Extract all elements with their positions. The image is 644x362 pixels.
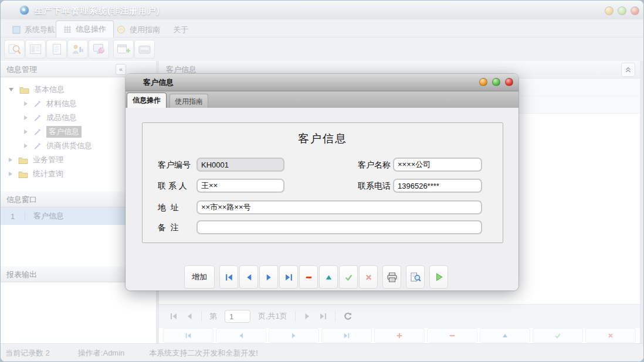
status-message: 本系统支持二次开发和全新开发! xyxy=(149,348,258,358)
panel-title: 信息窗口 xyxy=(6,195,37,204)
collapsed-arrow-icon[interactable] xyxy=(24,129,28,134)
customer-id-input[interactable] xyxy=(196,158,284,172)
next-page-icon[interactable] xyxy=(303,312,311,320)
last-record-icon[interactable] xyxy=(279,265,298,289)
tree-item-label: 成品信息 xyxy=(46,112,77,123)
tree-item-label: 供商供货信息 xyxy=(46,141,92,151)
user-report-icon[interactable] xyxy=(67,40,88,59)
delete-record-icon[interactable] xyxy=(427,328,477,343)
cancel-icon[interactable] xyxy=(585,328,636,343)
title-bar: 生产下单管理系统(非注册用户) xyxy=(1,1,643,19)
refresh-icon[interactable] xyxy=(343,312,352,321)
dialog-tab-guide[interactable]: 使用指南 xyxy=(170,94,208,108)
edit-record-icon[interactable] xyxy=(480,328,530,343)
form-title: 客户信息 xyxy=(143,131,503,146)
wand-icon xyxy=(33,100,42,108)
main-tab-bar: 系统导航 信息操作 使用指南 关于 xyxy=(1,19,643,37)
add-button[interactable]: 增加 xyxy=(184,265,215,289)
delete-record-icon[interactable] xyxy=(299,265,318,289)
collapsed-arrow-icon[interactable] xyxy=(24,101,28,106)
collapsed-arrow-icon[interactable] xyxy=(24,144,28,148)
run-icon[interactable] xyxy=(429,265,448,289)
phone-input[interactable] xyxy=(393,179,482,193)
expanded-arrow-icon[interactable] xyxy=(9,88,13,91)
panel-title: 信息管理 xyxy=(6,65,37,74)
phone-label: 联系电话 xyxy=(358,181,391,192)
collapse-sidebar-button[interactable]: « xyxy=(116,64,126,75)
dialog-close-button[interactable] xyxy=(505,78,513,86)
search-icon[interactable] xyxy=(4,40,25,59)
edit-record-icon[interactable] xyxy=(319,265,338,289)
contact-person-input[interactable] xyxy=(196,179,284,193)
collapsed-arrow-icon[interactable] xyxy=(9,158,12,162)
double-chevron-up-icon xyxy=(624,66,632,74)
operator-status: 操作者:Admin xyxy=(78,348,124,358)
customer-id-label: 客户编号 xyxy=(158,160,191,170)
folder-icon xyxy=(18,170,28,178)
confirm-icon[interactable] xyxy=(533,328,583,343)
document-icon[interactable] xyxy=(46,40,67,59)
minimize-button[interactable] xyxy=(605,6,614,15)
add-record-icon[interactable] xyxy=(374,328,425,343)
wand-icon xyxy=(33,142,42,150)
separator xyxy=(335,311,335,322)
dialog-tab-bar: 信息操作 使用指南 xyxy=(126,91,518,108)
maximize-button[interactable] xyxy=(618,6,626,15)
tab-system-nav[interactable]: 系统导航 xyxy=(5,22,62,37)
remark-input[interactable] xyxy=(196,220,482,234)
dialog-title-bar[interactable]: 客户信息 xyxy=(126,74,518,91)
customer-info-dialog: 客户信息 信息操作 使用指南 客户信息 客户编号 客户名称 联 系 人 联系电话… xyxy=(126,74,518,291)
next-record-icon[interactable] xyxy=(259,265,278,289)
app-logo-icon xyxy=(19,5,29,15)
form-icon[interactable] xyxy=(25,40,46,59)
wand-icon xyxy=(33,128,42,136)
collapsed-arrow-icon[interactable] xyxy=(24,115,28,120)
monitor-chart-icon[interactable] xyxy=(89,40,109,59)
customer-name-input[interactable] xyxy=(393,158,482,172)
collapsed-arrow-icon[interactable] xyxy=(9,172,12,176)
dialog-maximize-button[interactable] xyxy=(492,78,500,86)
contact-person-label: 联 系 人 xyxy=(158,181,187,192)
tree-item-label: 统计查询 xyxy=(33,169,63,179)
dialog-minimize-button[interactable] xyxy=(479,78,487,86)
tab-label: 关于 xyxy=(173,25,188,35)
tab-about[interactable]: 关于 xyxy=(166,22,195,37)
yellow-circle-icon xyxy=(117,25,126,34)
tab-guide[interactable]: 使用指南 xyxy=(110,22,167,37)
separator xyxy=(201,311,202,322)
row-index: 1 xyxy=(1,212,25,221)
print-preview-icon[interactable] xyxy=(406,265,425,289)
prev-record-icon[interactable] xyxy=(216,328,266,343)
tab-info-ops[interactable]: 信息操作 xyxy=(56,21,114,37)
status-bar: 当前记录数 2 操作者:Admin 本系统支持二次开发和全新开发! xyxy=(1,343,643,362)
dialog-tab-info-ops[interactable]: 信息操作 xyxy=(127,93,167,108)
close-button[interactable] xyxy=(631,6,639,15)
collapse-panel-button[interactable] xyxy=(621,63,635,77)
pagination-bar: 第 页,共1页 xyxy=(159,304,640,328)
prev-record-icon[interactable] xyxy=(239,265,258,289)
last-page-icon[interactable] xyxy=(319,312,327,320)
prev-page-icon[interactable] xyxy=(185,312,194,320)
archive-icon[interactable] xyxy=(134,40,155,59)
first-page-icon[interactable] xyxy=(170,312,178,320)
first-record-icon[interactable] xyxy=(219,265,238,289)
page-suffix: 页,共1页 xyxy=(258,311,287,322)
last-record-icon[interactable] xyxy=(321,328,372,343)
page-prefix: 第 xyxy=(209,311,217,322)
address-input[interactable] xyxy=(196,200,482,214)
panel-title: 报表输出 xyxy=(6,270,37,279)
customer-name-label: 客户名称 xyxy=(358,160,391,170)
next-record-icon[interactable] xyxy=(269,328,319,343)
cancel-icon[interactable] xyxy=(359,265,378,289)
customer-form-groupbox: 客户信息 客户编号 客户名称 联 系 人 联系电话 地 址 备 注 xyxy=(142,122,503,243)
grid-icon xyxy=(63,25,72,33)
record-nav-toolbar xyxy=(159,328,640,343)
folder-icon xyxy=(18,156,28,164)
dialog-body: 客户信息 客户编号 客户名称 联 系 人 联系电话 地 址 备 注 增加 xyxy=(126,108,518,291)
page-number-input[interactable] xyxy=(225,310,250,323)
confirm-icon[interactable] xyxy=(339,265,358,289)
print-icon[interactable] xyxy=(382,265,401,289)
window-add-icon[interactable] xyxy=(113,40,134,59)
record-count-status: 当前记录数 2 xyxy=(5,348,50,358)
first-record-icon[interactable] xyxy=(163,328,213,343)
